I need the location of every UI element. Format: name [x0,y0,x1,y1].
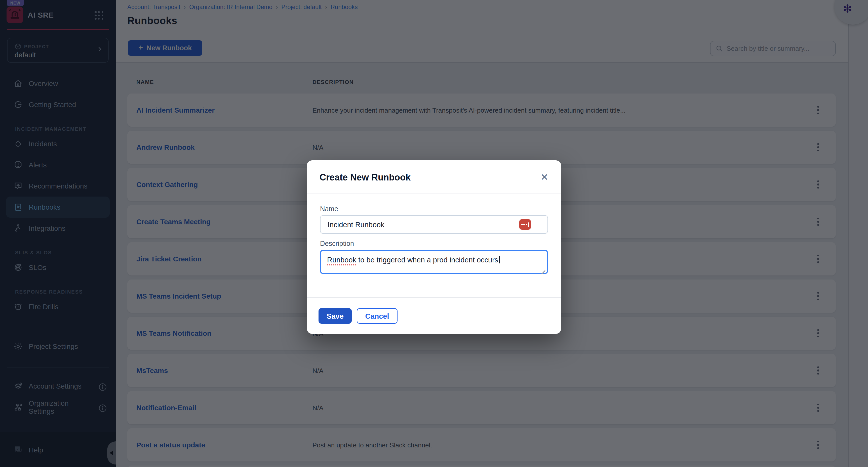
name-label: Name [320,205,338,213]
description-textarea[interactable]: Runbook to be triggered when a prod inci… [320,250,548,274]
cancel-button[interactable]: Cancel [357,308,398,324]
modal-header: Create New Runbook ✕ [307,160,561,194]
create-runbook-modal: Create New Runbook ✕ Name Description Ru… [307,160,561,334]
misspelled-word: Runbook [327,256,356,264]
resize-handle-icon[interactable] [541,267,546,271]
modal-footer: Save Cancel [307,297,561,334]
password-manager-icon[interactable] [519,219,531,230]
close-icon[interactable]: ✕ [539,171,550,182]
name-input[interactable] [320,215,548,234]
app-root: NEW AI SRE PROJECT default OverviewGetti… [0,0,868,467]
description-label: Description [320,240,354,247]
text-caret [499,256,499,263]
modal-title: Create New Runbook [319,172,411,183]
save-button[interactable]: Save [318,308,352,324]
